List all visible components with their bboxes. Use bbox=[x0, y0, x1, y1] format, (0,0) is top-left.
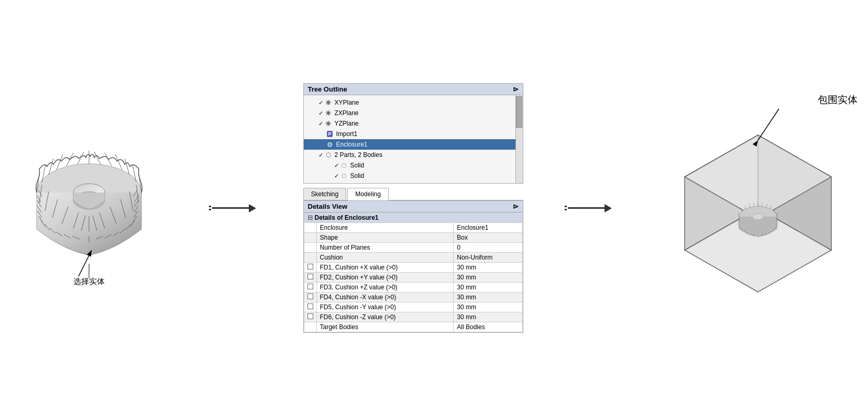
row-checkbox-cell[interactable] bbox=[304, 263, 316, 273]
details-row-10: Target Bodies All Bodies bbox=[304, 322, 522, 332]
row-key-8: FD5, Cushion -Y value (>0) bbox=[316, 302, 454, 312]
arrow-head-2 bbox=[605, 204, 612, 212]
tree-outline-titlebar: Tree Outline ⊳ bbox=[304, 84, 523, 95]
tree-label-xyplane: XYPlane bbox=[335, 99, 359, 106]
row-key-3: Cushion bbox=[316, 253, 454, 263]
details-row-7: FD4, Cushion -X value (>0) 30 mm bbox=[304, 293, 522, 302]
details-row-5: FD2, Cushion +Y value (>0) 30 mm bbox=[304, 273, 522, 283]
arrow-center-to-right bbox=[565, 204, 617, 212]
tree-label-yzplane: YZPlane bbox=[335, 120, 359, 127]
row-value-1: Box bbox=[454, 233, 522, 243]
left-gear-section: 选择实体 bbox=[10, 125, 168, 292]
row-value-3: Non-Uniform bbox=[454, 253, 522, 263]
arrow-left-to-center bbox=[209, 204, 261, 212]
row-key-1: Shape bbox=[316, 233, 454, 243]
tree-item-parts[interactable]: ✓⬡2 Parts, 2 Bodies bbox=[304, 150, 523, 160]
row-key-7: FD4, Cushion -X value (>0) bbox=[316, 293, 454, 302]
tree-label-solid2: Solid bbox=[350, 172, 365, 179]
tree-icon-xyplane: ✳ bbox=[324, 98, 333, 107]
details-row-1: Shape Box bbox=[304, 233, 522, 243]
tree-label-import1: Import1 bbox=[336, 130, 358, 138]
tab-modeling[interactable]: Modeling bbox=[347, 188, 389, 200]
row-key-10: Target Bodies bbox=[316, 322, 454, 332]
arrow-tail-icon-2 bbox=[565, 206, 567, 210]
row-key-9: FD6, Cushion -Z value (>0) bbox=[316, 312, 454, 322]
tree-item-yzplane[interactable]: ✓✳YZPlane bbox=[304, 118, 523, 129]
row-key-5: FD2, Cushion +Y value (>0) bbox=[316, 273, 454, 283]
details-table: ⊟Details of Enclosure1 Enclosure Enclosu… bbox=[304, 212, 523, 332]
svg-line-6 bbox=[57, 154, 63, 170]
row-value-4: 30 mm bbox=[454, 263, 522, 273]
tree-icon-parts: ⬡ bbox=[324, 151, 333, 159]
tree-item-enclosure1[interactable]: ⚙Enclosure1 bbox=[304, 139, 523, 150]
tree-icon-zxplane: ✳ bbox=[324, 109, 333, 117]
row-value-2: 0 bbox=[454, 243, 522, 253]
tree-label-solid1: Solid bbox=[350, 162, 365, 169]
details-view-title: Details View bbox=[308, 203, 348, 210]
arrow-tail-icon bbox=[209, 206, 211, 210]
enclosure-box-svg bbox=[658, 88, 858, 329]
checkbox-8[interactable] bbox=[307, 303, 313, 309]
details-view-panel: Details View ⊳ ⊟Details of Enclosure1 En… bbox=[303, 200, 523, 333]
tree-item-solid2[interactable]: ✓⬡Solid bbox=[304, 171, 523, 181]
row-key-2: Number of Planes bbox=[316, 243, 454, 253]
row-value-8: 30 mm bbox=[454, 302, 522, 312]
row-value-7: 30 mm bbox=[454, 293, 522, 302]
svg-point-64 bbox=[752, 213, 764, 220]
row-empty-2 bbox=[304, 243, 316, 253]
tree-item-xyplane[interactable]: ✓✳XYPlane bbox=[304, 97, 523, 108]
arrow-shaft-2 bbox=[568, 207, 605, 209]
details-row-0: Enclosure Enclosure1 bbox=[304, 223, 522, 233]
svg-line-12 bbox=[115, 154, 122, 170]
row-empty-10 bbox=[304, 322, 316, 332]
arrow-shaft bbox=[212, 207, 249, 209]
details-header-row: ⊟Details of Enclosure1 bbox=[304, 213, 522, 223]
row-key-6: FD3, Cushion +Z value (>0) bbox=[316, 283, 454, 293]
tree-item-zxplane[interactable]: ✓✳ZXPlane bbox=[304, 108, 523, 118]
tree-icon-import1: P bbox=[326, 130, 334, 138]
details-row-6: FD3, Cushion +Z value (>0) 30 mm bbox=[304, 283, 522, 293]
row-key-0: Enclosure bbox=[316, 223, 454, 233]
tree-item-import1[interactable]: PImport1 bbox=[304, 129, 523, 139]
checkbox-5[interactable] bbox=[307, 274, 313, 279]
row-checkbox-cell[interactable] bbox=[304, 312, 316, 322]
checkbox-4[interactable] bbox=[307, 264, 313, 269]
right-enclosure-label: 包围实体 bbox=[818, 93, 858, 107]
row-checkbox-cell[interactable] bbox=[304, 302, 316, 312]
row-empty-1 bbox=[304, 233, 316, 243]
tree-icon-solid2: ⬡ bbox=[340, 172, 348, 180]
tab-sketching[interactable]: Sketching bbox=[303, 188, 347, 200]
details-row-8: FD5, Cushion -Y value (>0) 30 mm bbox=[304, 302, 522, 312]
checkbox-9[interactable] bbox=[307, 313, 313, 319]
left-gear-label: 选择实体 bbox=[73, 277, 105, 287]
arrow-head bbox=[249, 204, 256, 212]
tree-icon-solid1: ⬡ bbox=[340, 161, 348, 170]
row-key-4: FD1, Cushion +X value (>0) bbox=[316, 263, 454, 273]
row-checkbox-cell[interactable] bbox=[304, 273, 316, 283]
row-value-6: 30 mm bbox=[454, 283, 522, 293]
details-row-3: Cushion Non-Uniform bbox=[304, 253, 522, 263]
tree-outline-pin[interactable]: ⊳ bbox=[513, 85, 519, 93]
row-value-9: 30 mm bbox=[454, 312, 522, 322]
checkbox-6[interactable] bbox=[307, 284, 313, 289]
tree-icon-enclosure1: ⚙ bbox=[326, 140, 334, 149]
tree-icon-yzplane: ✳ bbox=[324, 119, 333, 128]
right-enclosure-section: 包围实体 bbox=[658, 88, 858, 329]
details-section-header: ⊟Details of Enclosure1 bbox=[304, 213, 522, 223]
checkbox-7[interactable] bbox=[307, 294, 313, 299]
tree-scrollbar[interactable] bbox=[515, 95, 523, 183]
tree-label-parts: 2 Parts, 2 Bodies bbox=[335, 151, 382, 159]
details-row-2: Number of Planes 0 bbox=[304, 243, 522, 253]
row-checkbox-cell[interactable] bbox=[304, 293, 316, 302]
tree-label-enclosure1: Enclosure1 bbox=[336, 141, 368, 148]
details-view-pin[interactable]: ⊳ bbox=[513, 203, 519, 210]
tree-item-solid1[interactable]: ✓⬡Solid bbox=[304, 160, 523, 171]
row-checkbox-cell[interactable] bbox=[304, 283, 316, 293]
row-value-10: All Bodies bbox=[454, 322, 522, 332]
details-row-9: FD6, Cushion -Z value (>0) 30 mm bbox=[304, 312, 522, 322]
details-row-4: FD1, Cushion +X value (>0) 30 mm bbox=[304, 263, 522, 273]
row-empty-0 bbox=[304, 223, 316, 233]
tabs-bar: SketchingModeling bbox=[303, 188, 523, 200]
center-panel: Tree Outline ⊳ ✓✳XYPlane✓✳ZXPlane✓✳YZPla… bbox=[303, 83, 523, 333]
row-value-5: 30 mm bbox=[454, 273, 522, 283]
